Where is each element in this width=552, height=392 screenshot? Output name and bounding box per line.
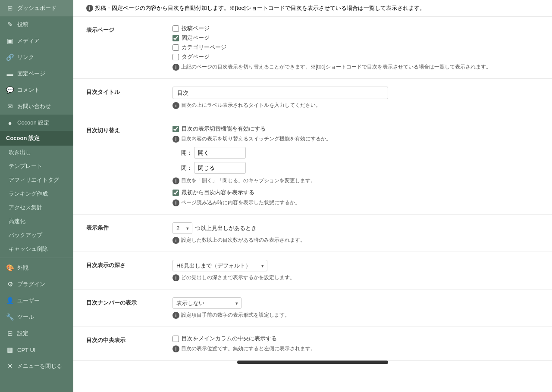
toc-toggle-row: 目次切り替え 目次の表示切替機能を有効にする i 目次内容の表示を切り替えるスイ… bbox=[73, 117, 552, 215]
sidebar-item-contact[interactable]: ✉ お問い合わせ bbox=[0, 98, 73, 115]
checkbox-category-page[interactable]: カテゴリーページ bbox=[172, 44, 539, 51]
display-condition-label: 表示条件 bbox=[86, 222, 164, 232]
toc-depth-info: i どの見出しの深さまで表示するかを設定します。 bbox=[172, 274, 539, 281]
sidebar-item-dashboard[interactable]: ⊞ ダッシュボード bbox=[0, 0, 73, 16]
sidebar-item-users[interactable]: 👤 ユーザー bbox=[0, 292, 73, 309]
sidebar: ⊞ ダッシュボード ✎ 投稿 ▣ メディア 🔗 リンク ▬ 固定ページ 💬 コメ… bbox=[0, 0, 73, 392]
sidebar-item-label: Cocoon 設定 bbox=[17, 119, 49, 127]
sidebar-sub-cache[interactable]: キャッシュ削除 bbox=[0, 242, 73, 256]
display-condition-wrap: 1 2 3 4 5 つ以上見出しがあるとき bbox=[172, 222, 257, 234]
close-label: 閉： bbox=[181, 164, 190, 172]
toc-center-label: 目次の中央表示 bbox=[86, 335, 164, 344]
show-default-input[interactable] bbox=[172, 190, 179, 196]
comments-icon: 💬 bbox=[6, 86, 14, 94]
toc-depth-select[interactable]: H1見出しまで H2見出しまで H3見出しまで H4見出しまで H5見出しまで … bbox=[172, 260, 267, 271]
sidebar-item-posts[interactable]: ✎ 投稿 bbox=[0, 16, 73, 33]
info-icon-center: i bbox=[172, 345, 179, 352]
toc-title-input[interactable] bbox=[172, 87, 388, 99]
cocoon-settings-section: Cocoon 設定 bbox=[0, 131, 73, 146]
sidebar-item-comments[interactable]: 💬 コメント bbox=[0, 82, 73, 98]
sidebar-item-label: メディア bbox=[17, 37, 40, 45]
sidebar-sub-ranking[interactable]: ランキング作成 bbox=[0, 187, 73, 201]
toc-toggle-enable-input[interactable] bbox=[172, 126, 179, 132]
show-default-checkbox[interactable]: 最初から目次内容を表示する bbox=[172, 189, 539, 196]
checkbox-fixed-page[interactable]: 固定ページ bbox=[172, 34, 539, 42]
toc-depth-label: 目次表示の深さ bbox=[86, 260, 164, 269]
toc-center-input[interactable] bbox=[172, 336, 179, 342]
sidebar-item-cpt-ui[interactable]: ▦ CPT UI bbox=[0, 342, 73, 358]
sidebar-item-pages[interactable]: ▬ 固定ページ bbox=[0, 65, 73, 82]
sidebar-sub-blowout[interactable]: 吹き出し bbox=[0, 146, 73, 159]
toc-depth-info-text: どの見出しの深さまで表示するかを設定します。 bbox=[181, 274, 295, 281]
sidebar-sub-access[interactable]: アクセス集計 bbox=[0, 201, 73, 215]
display-pages-checkboxes: 投稿ページ 固定ページ カテゴリーページ タグページ bbox=[172, 25, 539, 61]
sidebar-item-cocoon[interactable]: ● Cocoon 設定 bbox=[0, 115, 73, 131]
sidebar-item-label: 外観 bbox=[17, 264, 28, 272]
close-row: 閉： bbox=[181, 162, 539, 174]
sidebar-item-label: 投稿 bbox=[17, 21, 28, 28]
sidebar-item-close-menu[interactable]: ✕ メニューを閉じる bbox=[0, 358, 73, 374]
checkbox-tag-page[interactable]: タグページ bbox=[172, 53, 539, 61]
show-default-label: 最初から目次内容を表示する bbox=[182, 189, 254, 196]
sidebar-item-plugins[interactable]: ⚙ プラグイン bbox=[0, 276, 73, 292]
open-label: 開： bbox=[181, 149, 190, 157]
cocoon-icon: ● bbox=[6, 119, 14, 127]
info-icon-show-default: i bbox=[172, 199, 179, 206]
display-pages-label: 表示ページ bbox=[86, 25, 164, 34]
sidebar-item-label: ユーザー bbox=[17, 297, 40, 305]
sidebar-sub-speed[interactable]: 高速化 bbox=[0, 215, 73, 228]
info-icon-top: i bbox=[86, 5, 93, 12]
caption-info: i 目次を「開く」「閉じる」のキャプションを変更します。 bbox=[172, 177, 539, 184]
sidebar-item-label: コメント bbox=[17, 86, 40, 94]
show-default-info: i ページ読み込み時に内容を表示した状態にするか。 bbox=[172, 199, 539, 206]
posts-icon: ✎ bbox=[6, 21, 14, 28]
sidebar-item-label: メニューを閉じる bbox=[17, 362, 62, 370]
sidebar-sub-template[interactable]: テンプレート bbox=[0, 159, 73, 173]
toc-center-info: i 目次の表示位置です。無効にすると左側に表示されます。 bbox=[172, 345, 539, 352]
dashboard-icon: ⊞ bbox=[6, 4, 14, 12]
toc-depth-select-container: H1見出しまで H2見出しまで H3見出しまで H4見出しまで H5見出しまで … bbox=[172, 260, 267, 271]
checkbox-category-input[interactable] bbox=[172, 44, 179, 51]
checkbox-post-page[interactable]: 投稿ページ bbox=[172, 25, 539, 32]
display-condition-select[interactable]: 1 2 3 4 5 bbox=[172, 222, 192, 234]
sidebar-sub-backup[interactable]: バックアップ bbox=[0, 228, 73, 242]
toc-toggle-enable-checkbox[interactable]: 目次の表示切替機能を有効にする bbox=[172, 125, 539, 133]
toc-numbering-info: i 設定項目手前の数字の表示形式を設定します。 bbox=[172, 311, 539, 319]
sidebar-divider bbox=[0, 258, 73, 258]
toc-center-info-text: 目次の表示位置です。無効にすると左側に表示されます。 bbox=[181, 345, 316, 352]
sidebar-item-label: プラグイン bbox=[17, 280, 45, 288]
sidebar-item-appearance[interactable]: 🎨 外観 bbox=[0, 260, 73, 276]
open-input[interactable] bbox=[194, 147, 246, 159]
sidebar-item-label: ツール bbox=[17, 313, 34, 321]
sidebar-item-media[interactable]: ▣ メディア bbox=[0, 33, 73, 49]
checkbox-fixed-input[interactable] bbox=[172, 35, 179, 41]
display-condition-select-container: 1 2 3 4 5 bbox=[172, 222, 192, 234]
toc-numbering-row: 目次ナンバーの表示 表示しない 1.2.3. 1.1.1. ○ ● i 設定項目… bbox=[73, 289, 552, 327]
display-pages-row: 表示ページ 投稿ページ 固定ページ カテゴリーページ タグページ bbox=[73, 17, 552, 79]
display-pages-info-text: 上記のページの目次表示を切り替えることができます。※[toc]ショートコードで目… bbox=[181, 63, 491, 71]
checkbox-tag-label: タグページ bbox=[182, 53, 210, 61]
sidebar-item-label: 固定ページ bbox=[17, 70, 45, 78]
sidebar-sub-affiliate[interactable]: アフィリエイトタグ bbox=[0, 173, 73, 187]
open-close-table: 開： 閉： bbox=[181, 147, 539, 174]
close-input[interactable] bbox=[194, 162, 246, 174]
sidebar-item-tools[interactable]: 🔧 ツール bbox=[0, 309, 73, 325]
scroll-indicator bbox=[237, 361, 388, 364]
toc-center-row: 目次の中央表示 目次をメインカラムの中央に表示する i 目次の表示位置です。無効… bbox=[73, 327, 552, 361]
toc-numbering-select[interactable]: 表示しない 1.2.3. 1.1.1. ○ ● bbox=[172, 297, 242, 309]
toc-numbering-label: 目次ナンバーの表示 bbox=[86, 297, 164, 307]
display-pages-content: 投稿ページ 固定ページ カテゴリーページ タグページ i 上記のページの目次表示… bbox=[172, 25, 539, 71]
sidebar-item-links[interactable]: 🔗 リンク bbox=[0, 49, 73, 65]
checkbox-post-input[interactable] bbox=[172, 25, 179, 32]
toc-center-content: 目次をメインカラムの中央に表示する i 目次の表示位置です。無効にすると左側に表… bbox=[172, 335, 539, 352]
contact-icon: ✉ bbox=[6, 103, 14, 110]
toc-toggle-label: 目次切り替え bbox=[86, 125, 164, 134]
toc-title-info-text: 目次の上にラベル表示されるタイトルを入力してください。 bbox=[181, 102, 321, 109]
toc-center-checkbox[interactable]: 目次をメインカラムの中央に表示する bbox=[172, 335, 539, 342]
info-icon-toggle: i bbox=[172, 136, 179, 143]
checkbox-tag-input[interactable] bbox=[172, 54, 179, 60]
settings-icon: ⊟ bbox=[6, 330, 14, 337]
info-icon-condition: i bbox=[172, 237, 179, 244]
open-row: 開： bbox=[181, 147, 539, 159]
sidebar-item-settings[interactable]: ⊟ 設定 bbox=[0, 325, 73, 342]
